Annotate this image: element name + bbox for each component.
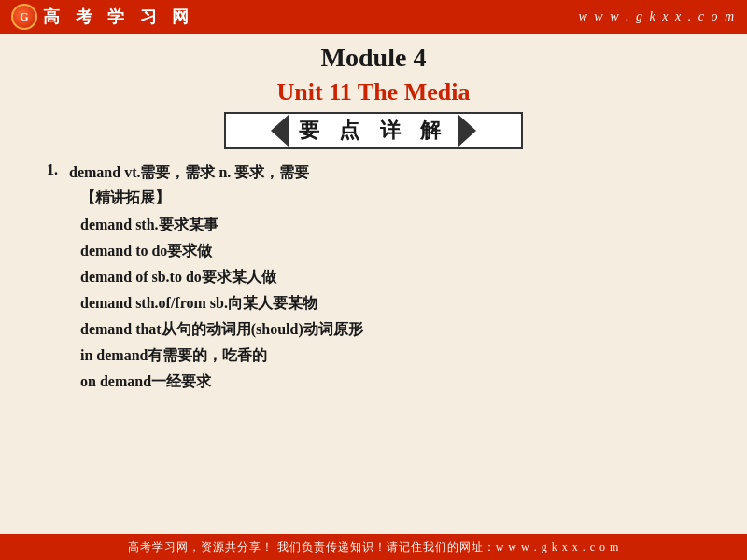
unit-title: Unit 11 The Media (37, 78, 710, 106)
sub-item: on demand一经要求 (80, 369, 710, 395)
logo-text: 高 考 学 习 网 (43, 6, 194, 28)
banner-arrow-right-icon (458, 114, 476, 147)
logo-icon: G (11, 4, 37, 30)
top-bar: G 高 考 学 习 网 w w w . g k x x . c o m (0, 0, 747, 34)
logo-area: G 高 考 学 习 网 (11, 4, 194, 30)
item-main-text: demand vt.需要，需求 n. 要求，需要 (69, 161, 309, 185)
bottom-bar: 高考学习网，资源共分享！ 我们负责传递知识！请记住我们的网址：w w w . g… (0, 534, 747, 560)
sub-item: demand sth.of/from sb.向某人要某物 (80, 290, 710, 316)
sub-item: demand sth.要求某事 (80, 212, 710, 238)
jingjiang-label: 【精讲拓展】 (47, 189, 710, 208)
list-item: 1. demand vt.需要，需求 n. 要求，需要 (47, 161, 710, 185)
sub-item: demand that从句的动词用(should)动词原形 (80, 316, 710, 343)
item-number: 1. (47, 161, 69, 178)
content-list: 1. demand vt.需要，需求 n. 要求，需要 【精讲拓展】 deman… (37, 161, 710, 395)
sub-item: demand to do要求做 (80, 238, 710, 264)
module-title: Module 4 (37, 43, 710, 73)
sub-item: demand of sb.to do要求某人做 (80, 264, 710, 290)
main-content: Module 4 Unit 11 The Media 要 点 详 解 1. de… (0, 34, 747, 404)
sub-items-list: demand sth.要求某事demand to do要求做demand of … (47, 212, 710, 395)
banner-arrow-left-icon (271, 114, 289, 147)
banner: 要 点 详 解 (224, 112, 523, 149)
bottom-bar-text: 高考学习网，资源共分享！ 我们负责传递知识！请记住我们的网址：w w w . g… (128, 539, 620, 555)
banner-text: 要 点 详 解 (299, 117, 449, 145)
sub-item: in demand有需要的，吃香的 (80, 343, 710, 369)
top-bar-url: w w w . g k x x . c o m (579, 9, 736, 24)
